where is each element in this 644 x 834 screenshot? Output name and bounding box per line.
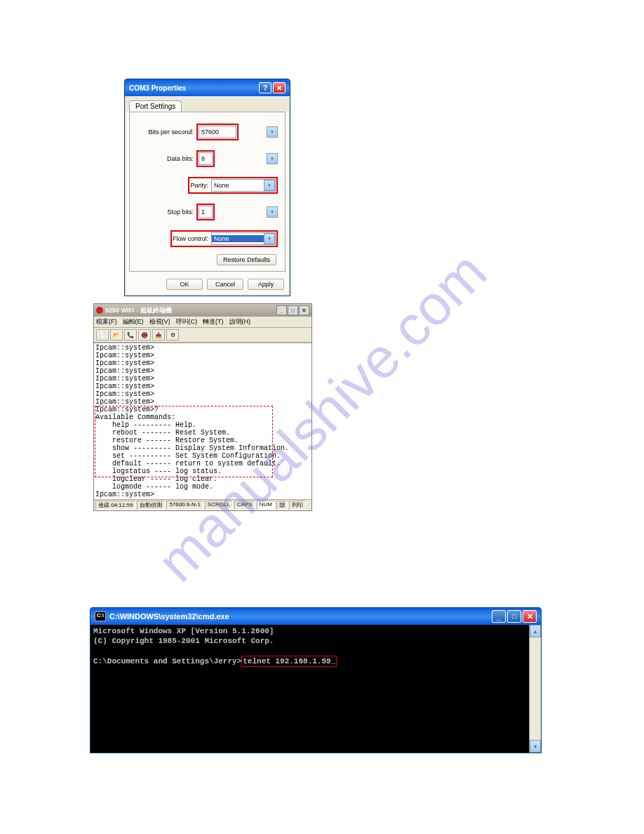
menu-help[interactable]: 說明(H) xyxy=(229,317,251,326)
com3-titlebar: COM3 Properties ? ✕ xyxy=(125,79,290,96)
hyper-title: 9250 WIFI - 超級終端機 xyxy=(105,306,172,315)
parity-highlight: Parity: None ▼ xyxy=(188,177,278,194)
close-icon[interactable]: ✕ xyxy=(299,305,309,315)
databits-label: Data bits: xyxy=(167,155,194,162)
cmd-prompt: C:\Documents and Settings\Jerry> xyxy=(93,657,241,666)
cmd-titlebar: C:\ C:\WINDOWS\system32\cmd.exe _ □ ✕ xyxy=(90,608,541,625)
dialog-buttons: OK Cancel Apply xyxy=(126,274,288,294)
status-detect: 自動偵測 xyxy=(137,501,165,510)
hyperterminal-window: 9250 WIFI - 超級終端機 _ □ ✕ 檔案(F) 編輯(E) 檢視(V… xyxy=(93,303,312,511)
hyper-titlebar: 9250 WIFI - 超級終端機 _ □ ✕ xyxy=(94,304,311,317)
cmd-command-highlight: telnet 192.168.1.59_ xyxy=(241,656,337,667)
help-icon[interactable]: ? xyxy=(259,82,271,93)
status-capture: 擷 xyxy=(276,501,288,510)
cmd-line1: Microsoft Windows XP [Version 5.1.2600] xyxy=(93,627,274,635)
parity-label: Parity: xyxy=(190,182,208,189)
disconnect-icon[interactable]: 📵 xyxy=(138,329,151,340)
open-icon[interactable]: 📂 xyxy=(110,329,123,340)
cmd-icon: C:\ xyxy=(95,611,106,621)
flow-label: Flow control: xyxy=(173,235,208,242)
flow-value: None xyxy=(212,235,264,242)
flow-combo[interactable]: None ▼ xyxy=(211,232,276,245)
chevron-down-icon[interactable]: ▼ xyxy=(267,153,278,164)
connect-icon[interactable]: 📞 xyxy=(124,329,137,340)
status-params: 57600 8-N-1 xyxy=(166,501,203,510)
status-scroll: SCROLL xyxy=(205,501,233,510)
bps-value: 57600 xyxy=(199,128,236,135)
parity-value: None xyxy=(212,182,264,189)
databits-value: 8 xyxy=(199,155,212,162)
cmd-output[interactable]: Microsoft Windows XP [Version 5.1.2600] … xyxy=(90,625,529,753)
chevron-down-icon[interactable]: ▼ xyxy=(264,180,275,191)
new-icon[interactable]: 📄 xyxy=(96,329,109,340)
close-icon[interactable]: ✕ xyxy=(523,610,537,623)
chevron-down-icon[interactable]: ▼ xyxy=(267,206,278,218)
hyper-toolbar: 📄 📂 📞 📵 📤 ⚙ xyxy=(94,328,311,343)
bps-label: Bits per second: xyxy=(148,128,194,135)
hyper-menu: 檔案(F) 編輯(E) 檢視(V) 呼叫(C) 轉送(T) 說明(H) xyxy=(94,317,311,328)
close-icon[interactable]: ✕ xyxy=(273,82,286,93)
hyper-terminal-output[interactable]: Ipcam::system> Ipcam::system> Ipcam::sys… xyxy=(94,343,311,499)
titlebar-buttons: ? ✕ xyxy=(259,82,286,93)
stopbits-combo[interactable]: 1 xyxy=(199,206,213,218)
hyper-statusbar: 連線 04:11:59 自動偵測 57600 8-N-1 SCROLL CAPS… xyxy=(94,499,311,510)
cmd-line2: (C) Copyright 1985-2001 Microsoft Corp. xyxy=(93,637,274,645)
apply-button[interactable]: Apply xyxy=(248,279,284,290)
bps-combo[interactable]: 57600 xyxy=(199,126,236,138)
ok-button[interactable]: OK xyxy=(166,279,203,290)
status-print: 列印 xyxy=(289,501,306,510)
status-num: NUM xyxy=(257,501,275,510)
com3-title: COM3 Properties xyxy=(129,84,186,92)
tab-panel: Bits per second: 57600 ▼ Data bits: 8 ▼ xyxy=(129,112,286,272)
commands-highlight xyxy=(95,406,273,477)
chevron-down-icon[interactable]: ▼ xyxy=(267,126,278,138)
scroll-up-icon[interactable]: ▲ xyxy=(530,625,541,637)
cmd-window: C:\ C:\WINDOWS\system32\cmd.exe _ □ ✕ Mi… xyxy=(90,607,542,753)
cancel-button[interactable]: Cancel xyxy=(207,279,243,290)
send-icon[interactable]: 📤 xyxy=(152,329,165,340)
tab-bar: Port Settings xyxy=(126,98,288,112)
menu-edit[interactable]: 編輯(E) xyxy=(123,317,144,326)
cmd-scrollbar[interactable]: ▲ ▼ xyxy=(529,625,541,753)
props-icon[interactable]: ⚙ xyxy=(166,329,179,340)
maximize-icon[interactable]: □ xyxy=(288,305,298,315)
stopbits-value: 1 xyxy=(199,208,212,216)
flow-highlight: Flow control: None ▼ xyxy=(170,230,278,247)
scroll-down-icon[interactable]: ▼ xyxy=(530,740,541,753)
minimize-icon[interactable]: _ xyxy=(276,305,287,315)
chevron-down-icon[interactable]: ▼ xyxy=(264,233,275,244)
com3-body: Port Settings Bits per second: 57600 ▼ D… xyxy=(126,98,288,294)
menu-view[interactable]: 檢視(V) xyxy=(149,317,170,326)
stopbits-label: Stop bits: xyxy=(167,208,194,216)
com3-properties-dialog: COM3 Properties ? ✕ Port Settings Bits p… xyxy=(124,79,290,296)
tab-port-settings[interactable]: Port Settings xyxy=(129,100,182,112)
parity-combo[interactable]: None ▼ xyxy=(211,179,276,192)
status-time: 連線 04:11:59 xyxy=(95,501,135,510)
menu-file[interactable]: 檔案(F) xyxy=(96,317,117,326)
maximize-icon[interactable]: □ xyxy=(507,610,521,623)
app-icon xyxy=(96,307,103,314)
menu-call[interactable]: 呼叫(C) xyxy=(176,317,198,326)
databits-highlight: 8 xyxy=(196,150,215,167)
status-caps: CAPS xyxy=(234,501,255,510)
menu-transfer[interactable]: 轉送(T) xyxy=(203,317,224,326)
stopbits-highlight: 1 xyxy=(196,204,215,220)
minimize-icon[interactable]: _ xyxy=(492,610,506,623)
bps-highlight: 57600 xyxy=(196,124,239,140)
restore-defaults-button[interactable]: Restore Defaults xyxy=(217,254,276,265)
cmd-title: C:\WINDOWS\system32\cmd.exe xyxy=(109,612,229,621)
databits-combo[interactable]: 8 xyxy=(199,152,213,165)
